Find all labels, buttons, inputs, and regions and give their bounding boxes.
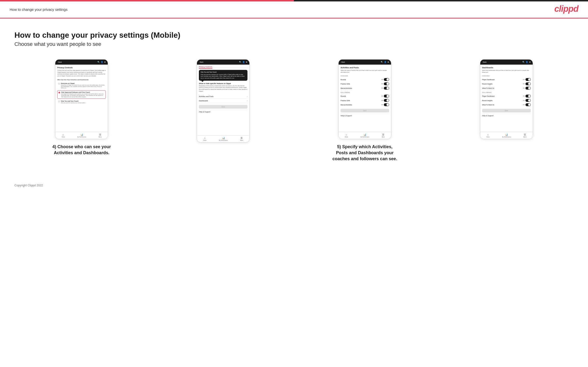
help-label-2: Help & Support: [199, 109, 247, 114]
screenshot-group-1: ‹ Back 🔍 👤 ⊕ Privacy Controls Control ho…: [14, 59, 149, 156]
save-btn-4[interactable]: Save: [482, 109, 531, 112]
toggle-label-f-rounds: Rounds: [341, 95, 346, 97]
users-icon[interactable]: 👤: [101, 61, 103, 63]
performance-icon-3: 📊: [363, 133, 366, 136]
toggle-switch-f-manual[interactable]: [384, 103, 389, 106]
radio-circle-everyone: [58, 83, 60, 84]
toggle-switch-c-rounds[interactable]: [384, 78, 389, 81]
coaches-label-4: COACHES: [482, 75, 531, 77]
phone-bottom-nav-4: ⌂ Home 📊 My Performance ☰ Menu: [480, 132, 533, 139]
coaches-label-3: COACHES: [341, 75, 389, 77]
help-label-4: Help & Support: [482, 113, 531, 118]
toggle-switch-f-rounds[interactable]: [384, 95, 389, 98]
on-label-f-dashboard: ON: [523, 95, 525, 97]
home-label-3: Home: [345, 136, 348, 138]
on-label-f-workOn: ON: [523, 104, 525, 105]
nav-performance-1[interactable]: 📊 My Performance: [77, 133, 86, 138]
show-hide-section: Show or hide specific features in Clippd…: [199, 83, 247, 92]
save-btn-2[interactable]: Save: [199, 105, 247, 108]
nav-home-4[interactable]: ⌂ Home: [486, 133, 490, 138]
toggle-switch-c-workOn[interactable]: [526, 87, 531, 90]
toggle-coaches-rounds: Rounds ON: [341, 77, 389, 82]
back-button-3[interactable]: ‹ Back: [341, 61, 345, 63]
phone-mockup-4: ‹ Back 🔍 👤 ⊕ Dashboards Select the dashb…: [480, 59, 533, 139]
toggle-coaches-dashboard: Player Dashboard ON: [482, 77, 531, 82]
toggle-followers-rounds: Rounds ON: [341, 94, 389, 98]
nav-home-2[interactable]: ⌂ Home: [203, 137, 206, 141]
nav-menu-3[interactable]: ☰ Menu: [382, 133, 385, 138]
phone-content-1: Privacy Controls Control how you and you…: [55, 65, 108, 132]
nav-menu-4[interactable]: ☰ Menu: [523, 133, 527, 138]
on-label-f-rounds: ON: [381, 95, 383, 97]
dashboards-arrow-icon: ›: [247, 100, 247, 102]
menu-icon-4[interactable]: ⊕: [529, 61, 531, 63]
phone-nav-2: ‹ Back 🔍 👤 ⊕: [197, 59, 249, 65]
toggle-label-c-dashboard: Player Dashboard: [482, 79, 495, 80]
users-icon-2[interactable]: 👤: [242, 61, 245, 63]
back-label-1: Back: [59, 61, 62, 63]
toggle-switch-f-dashboard[interactable]: [526, 95, 531, 98]
toggle-label-c-drills: Practice Drills: [341, 83, 350, 85]
caption-1: 4) Choose who can see your Activities an…: [48, 144, 115, 156]
activities-menu-item[interactable]: Activities and Posts ›: [199, 94, 247, 99]
caption-3: 5) Specify which Activities, Posts and D…: [331, 144, 398, 162]
nav-icons-4: 🔍 👤 ⊕: [522, 61, 531, 63]
sub-section-1: Who Can See Your Activities and Dashboar…: [57, 79, 106, 80]
menu-bars-icon-1: ☰: [99, 133, 101, 136]
search-icon-2[interactable]: 🔍: [239, 61, 242, 63]
toggle-switch-c-roundinsights[interactable]: [526, 82, 531, 85]
search-icon-4[interactable]: 🔍: [522, 61, 525, 63]
screenshot-group-4: ‹ Back 🔍 👤 ⊕ Dashboards Select the dashb…: [439, 59, 574, 139]
radio-option-everyone[interactable]: Everyone on Clippd Everyone on Clippd ca…: [57, 82, 106, 90]
dashboards-menu-item[interactable]: Dashboards ›: [199, 99, 247, 103]
menu-icon[interactable]: ⊕: [104, 61, 106, 63]
nav-icons-3: 🔍 👤 ⊕: [381, 61, 389, 63]
tab-privacy-2[interactable]: Privacy Controls: [199, 66, 212, 69]
home-icon-2: ⌂: [204, 137, 206, 139]
toggle-label-f-dashboard: Player Dashboard: [482, 95, 495, 97]
body-text-4: Select the dashboards that you'd like to…: [482, 70, 531, 73]
save-btn-3[interactable]: Save: [341, 109, 389, 112]
radio-option-approved[interactable]: Only Approved Followers and Your Coach O…: [57, 90, 106, 99]
nav-home-3[interactable]: ⌂ Home: [345, 133, 348, 138]
toggle-switch-c-manual[interactable]: [384, 87, 389, 90]
back-button-1[interactable]: ‹ Back: [57, 61, 62, 63]
section-title-3: Activities and Posts: [341, 67, 389, 69]
toggle-switch-f-workOn[interactable]: [526, 103, 531, 106]
logo: clippd: [554, 4, 578, 14]
page-subheading: Choose what you want people to see: [14, 41, 574, 47]
toggle-followers-roundinsights: Round Insights ON: [482, 98, 531, 103]
chevron-left-icon-3: ‹: [341, 61, 341, 63]
followers-label-4: FOLLOWERS: [482, 92, 531, 93]
nav-performance-4[interactable]: 📊 My Performance: [502, 133, 511, 138]
users-icon-3[interactable]: 👤: [384, 61, 387, 63]
toggle-switch-c-drills[interactable]: [384, 82, 389, 85]
menu-icon-2[interactable]: ⊕: [246, 61, 247, 63]
home-icon-3: ⌂: [346, 133, 347, 136]
back-button-2[interactable]: ‹ Back: [199, 61, 203, 63]
search-icon[interactable]: 🔍: [97, 61, 100, 63]
nav-icons-1: 🔍 👤 ⊕: [97, 61, 106, 63]
nav-home-1[interactable]: ⌂ Home: [61, 133, 65, 138]
on-label-c-workOn: ON: [523, 87, 525, 89]
back-label-3: Back: [341, 61, 345, 63]
nav-menu-2[interactable]: ☰ Menu: [240, 137, 243, 141]
toggle-switch-c-dashboard[interactable]: [526, 78, 531, 81]
back-label-2: Back: [200, 61, 203, 63]
toggle-label-c-workOn: What To Work On: [482, 87, 494, 89]
menu-icon-3[interactable]: ⊕: [388, 61, 389, 63]
radio-option-only-you[interactable]: Only You and Your Coach Only you and the…: [57, 100, 106, 104]
toggle-switch-f-drills[interactable]: [384, 99, 389, 102]
users-icon-4[interactable]: 👤: [526, 61, 528, 63]
search-icon-3[interactable]: 🔍: [381, 61, 383, 63]
back-button-4[interactable]: ‹ Back: [482, 61, 487, 63]
help-label-3: Help & Support: [341, 113, 389, 118]
radio-label-everyone: Everyone on Clippd: [61, 83, 105, 84]
menu-label-2: Menu: [240, 140, 243, 141]
toggle-followers-workOn: What To Work On ON: [482, 103, 531, 107]
nav-performance-3[interactable]: 📊 My Performance: [361, 133, 369, 138]
nav-menu-1[interactable]: ☰ Menu: [99, 133, 102, 138]
toggle-switch-f-roundinsights[interactable]: [526, 99, 531, 102]
nav-performance-2[interactable]: 📊 My Performance: [219, 137, 228, 141]
toggle-label-f-manual: Manual Activities: [341, 104, 352, 106]
